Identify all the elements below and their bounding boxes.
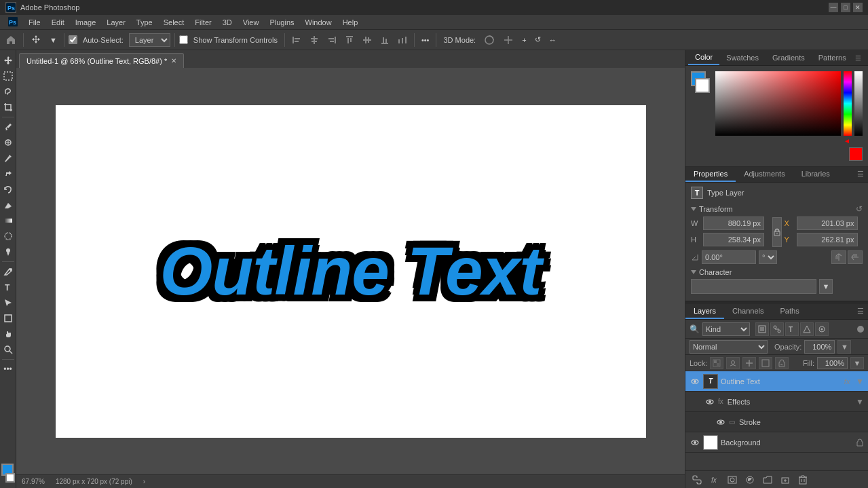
layer-visibility-outline-text[interactable] <box>690 376 700 387</box>
close-button[interactable]: ✕ <box>853 3 863 12</box>
properties-panel-menu[interactable]: ☰ <box>853 167 868 182</box>
background-color-swatch[interactable] <box>695 78 710 93</box>
menu-help[interactable]: Help <box>337 17 364 28</box>
layers-kind-select[interactable]: Kind <box>702 322 750 336</box>
tab-libraries[interactable]: Libraries <box>793 167 838 182</box>
more-options[interactable]: ••• <box>419 35 432 45</box>
color-spectrum[interactable] <box>844 71 852 136</box>
layer-stroke[interactable]: ▭ Stroke <box>685 412 868 432</box>
pen-tool[interactable] <box>1 264 16 279</box>
move-tool[interactable] <box>1 53 16 68</box>
fill-input[interactable] <box>817 357 848 369</box>
transform-reset-btn[interactable]: ↺ <box>856 204 863 214</box>
lock-position-btn[interactable] <box>742 357 756 369</box>
menu-filter[interactable]: Filter <box>189 17 216 28</box>
angle-input[interactable]: 0.00° <box>702 250 756 264</box>
color-gradient-picker[interactable] <box>715 71 841 136</box>
opacity-spectrum[interactable] <box>854 71 863 136</box>
shape-tool[interactable] <box>1 311 16 326</box>
lock-all-btn[interactable] <box>775 357 789 369</box>
tab-properties[interactable]: Properties <box>685 167 736 182</box>
3d-pan[interactable] <box>500 33 516 47</box>
marquee-tool[interactable] <box>1 69 16 83</box>
angle-unit-select[interactable]: ° <box>759 250 777 264</box>
add-layer-style-btn[interactable]: fx <box>707 473 722 487</box>
blend-mode-select[interactable]: Normal Multiply Screen Overlay <box>690 340 768 354</box>
auto-select-checkbox[interactable] <box>69 35 77 44</box>
add-layer-btn[interactable] <box>778 473 793 487</box>
flip-vertical-btn[interactable] <box>848 250 863 264</box>
3d-rotate[interactable] <box>481 33 497 47</box>
layers-panel-menu[interactable]: ☰ <box>853 304 868 319</box>
3d-orbit[interactable]: ↺ <box>532 34 544 45</box>
tab-close-btn[interactable]: ✕ <box>171 57 176 64</box>
toolbar-move-dropdown[interactable]: ▼ <box>47 35 60 45</box>
add-group-btn[interactable] <box>760 473 775 487</box>
menu-type[interactable]: Type <box>131 17 158 28</box>
character-toggle[interactable]: Character <box>691 268 732 276</box>
current-color-box[interactable] <box>849 147 863 161</box>
character-dropdown-btn[interactable]: ▼ <box>819 279 833 294</box>
align-bottom[interactable] <box>377 34 392 46</box>
color-panel-menu[interactable]: ☰ <box>853 52 864 63</box>
layer-expand-btn[interactable]: ▼ <box>856 377 864 386</box>
zoom-tool[interactable] <box>1 342 16 357</box>
layer-fx-outline-text[interactable]: fx <box>841 376 853 387</box>
toolbar-move[interactable] <box>28 33 44 47</box>
effects-expand-btn[interactable]: ▼ <box>856 397 864 407</box>
tab-gradients[interactable]: Gradients <box>766 51 812 64</box>
link-layers-btn[interactable] <box>690 473 704 487</box>
w-input[interactable]: 880.19 px <box>703 217 764 230</box>
hand-tool[interactable] <box>1 326 16 341</box>
lock-transparent-btn[interactable] <box>710 357 723 369</box>
layer-select[interactable]: Layer Group <box>129 33 170 47</box>
layer-effects[interactable]: fx Effects ▼ <box>685 392 868 412</box>
filter-shape-btn[interactable] <box>800 322 814 336</box>
character-font-input[interactable] <box>691 279 816 294</box>
toolbar-home[interactable] <box>3 33 19 47</box>
clone-stamp-tool[interactable] <box>1 166 16 181</box>
show-transform-checkbox[interactable] <box>179 35 188 44</box>
layer-visibility-background[interactable] <box>690 437 700 448</box>
menu-plugins[interactable]: Plugins <box>264 17 299 28</box>
align-right[interactable] <box>324 34 339 46</box>
more-tools[interactable]: ••• <box>1 362 16 377</box>
add-mask-btn[interactable] <box>725 473 740 487</box>
align-center-h[interactable] <box>307 34 322 46</box>
y-input[interactable]: 262.81 px <box>797 233 858 246</box>
eraser-tool[interactable] <box>1 198 16 212</box>
transform-toggle[interactable]: Transform <box>691 205 733 213</box>
menu-3d[interactable]: 3D <box>217 17 238 28</box>
align-top[interactable] <box>342 34 357 46</box>
opacity-input[interactable] <box>804 340 835 354</box>
brush-tool[interactable] <box>1 151 16 166</box>
spot-heal-tool[interactable] <box>1 135 16 150</box>
tab-color[interactable]: Color <box>688 50 719 65</box>
flip-horizontal-btn[interactable] <box>831 250 846 264</box>
h-input[interactable]: 258.34 px <box>703 233 764 246</box>
menu-edit[interactable]: Edit <box>46 17 70 28</box>
3d-slide[interactable]: ↔ <box>546 35 559 45</box>
filter-smart-btn[interactable] <box>815 322 829 336</box>
fill-dropdown-btn[interactable]: ▼ <box>850 357 864 369</box>
lock-image-btn[interactable] <box>726 357 740 369</box>
background-color[interactable] <box>5 473 15 483</box>
menu-image[interactable]: Image <box>70 17 102 28</box>
link-btn[interactable] <box>772 217 782 247</box>
tab-layers[interactable]: Layers <box>685 304 724 319</box>
maximize-button[interactable]: □ <box>841 3 850 12</box>
menu-select[interactable]: Select <box>158 17 190 28</box>
menu-window[interactable]: Window <box>300 17 337 28</box>
menu-ps[interactable]: Ps <box>3 16 23 29</box>
x-input[interactable]: 201.03 px <box>797 217 858 230</box>
tab-channels[interactable]: Channels <box>724 304 772 319</box>
title-bar-controls[interactable]: — □ ✕ <box>829 3 863 12</box>
blur-tool[interactable] <box>1 229 16 244</box>
eyedropper-tool[interactable] <box>1 119 16 134</box>
lasso-tool[interactable] <box>1 84 16 99</box>
tab-patterns[interactable]: Patterns <box>812 51 853 64</box>
dodge-tool[interactable] <box>1 244 16 259</box>
filter-adjust-btn[interactable] <box>770 322 784 336</box>
align-center-v[interactable] <box>360 34 375 46</box>
document-tab[interactable]: Untitled-1 @ 68% (Outline Text, RGB/8#) … <box>19 53 184 68</box>
